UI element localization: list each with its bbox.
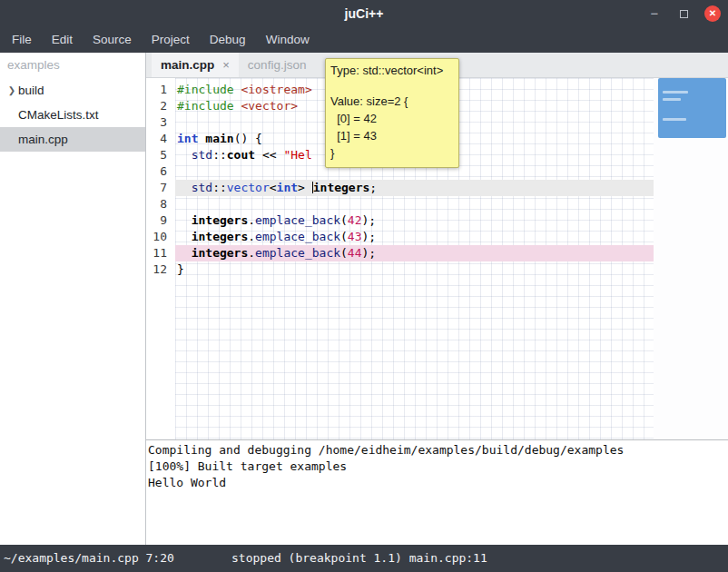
tree-item-label: build: [18, 78, 44, 103]
status-bar: ~/examples/main.cpp 7:20 stopped (breakp…: [0, 545, 728, 572]
code-token: #include: [177, 99, 234, 113]
tab-label: config.json: [248, 58, 307, 72]
code-token: <iostream>: [241, 83, 311, 96]
menu-project[interactable]: Project: [142, 27, 200, 53]
close-button[interactable]: ✕: [704, 5, 721, 22]
menu-source[interactable]: Source: [83, 27, 142, 53]
minimize-button[interactable]: −: [646, 5, 663, 22]
code-token: vector: [227, 181, 270, 194]
editor-gutter: 123456789101112: [146, 78, 175, 440]
code-token: }: [177, 262, 184, 276]
line-number[interactable]: 11: [146, 245, 175, 261]
line-number[interactable]: 12: [146, 261, 175, 278]
code-token: [177, 148, 192, 162]
code-token: emplace_back: [255, 213, 340, 227]
code-token: (: [340, 230, 348, 243]
code-token: ::: [212, 148, 227, 162]
code-token: [177, 246, 192, 260]
code-token: [177, 181, 192, 194]
tree-item-label: main.cpp: [18, 127, 68, 152]
tab-label: main.cpp: [161, 58, 214, 72]
code-line-10[interactable]: integers.emplace_back(43);: [175, 229, 654, 245]
line-number[interactable]: 10: [146, 229, 175, 245]
tree-item-cmakelists[interactable]: CMakeLists.txt: [0, 103, 145, 127]
code-token: .: [248, 230, 255, 243]
code-token: ::: [212, 181, 227, 194]
minimap-text-mark: [663, 98, 681, 101]
application-window: juCi++ − ✕ File Edit Source Project Debu…: [0, 0, 728, 572]
code-token: integers: [192, 246, 249, 260]
tooltip-value-line: Value: size=2 {: [330, 93, 454, 110]
code-token: 43: [348, 230, 362, 243]
code-line-11[interactable]: integers.emplace_back(44);: [175, 245, 654, 261]
line-number[interactable]: 1: [146, 82, 175, 98]
code-line-9[interactable]: integers.emplace_back(42);: [175, 212, 654, 229]
tooltip-value-block: Value: size=2 { [0] = 42 [1] = 43 }: [330, 93, 454, 162]
code-token: ;: [369, 181, 377, 194]
tab-configjson[interactable]: config.json: [239, 53, 316, 77]
titlebar[interactable]: juCi++ − ✕: [0, 0, 728, 27]
line-number[interactable]: 6: [146, 163, 175, 180]
code-token: .: [248, 246, 255, 260]
code-token: std: [192, 148, 212, 162]
status-debug-state: stopped (breakpoint 1.1) main.cpp:11: [231, 545, 487, 572]
file-tree-panel: examples ❯ build CMakeLists.txt main.cpp: [0, 53, 145, 545]
chevron-right-icon[interactable]: ❯: [5, 78, 18, 103]
line-number[interactable]: 2: [146, 98, 175, 114]
code-token: );: [362, 230, 377, 243]
output-line: Compiling and debugging /home/eidheim/ex…: [148, 442, 728, 459]
output-console[interactable]: Compiling and debugging /home/eidheim/ex…: [146, 440, 728, 545]
code-token: () {: [234, 132, 262, 145]
tooltip-value-line: [0] = 42: [330, 110, 454, 127]
code-token: integers: [313, 181, 370, 194]
close-icon: ✕: [709, 5, 716, 22]
minimap-viewport[interactable]: [658, 78, 726, 138]
maximize-button[interactable]: [675, 5, 692, 22]
menu-debug[interactable]: Debug: [200, 27, 256, 53]
minimap-text-mark: [663, 118, 686, 121]
code-token: 42: [348, 213, 362, 227]
tooltip-type-line: Type: std::vector<int>: [330, 62, 454, 79]
code-token: [177, 230, 192, 243]
code-token: [177, 213, 192, 227]
menu-file[interactable]: File: [2, 27, 42, 53]
code-token: (: [340, 246, 348, 260]
code-token: emplace_back: [255, 230, 340, 243]
tooltip-value-line: [1] = 43: [330, 127, 454, 144]
tooltip-value-line: }: [330, 144, 454, 162]
line-number[interactable]: 3: [146, 114, 175, 131]
debug-tooltip: Type: std::vector<int> Value: size=2 { […: [325, 58, 459, 168]
tab-maincpp[interactable]: main.cpp ×: [152, 53, 239, 77]
menu-edit[interactable]: Edit: [42, 27, 83, 53]
tab-close-icon[interactable]: ×: [222, 58, 230, 72]
minimap[interactable]: [654, 78, 728, 440]
output-line: [100%] Built target examples: [148, 459, 728, 475]
project-folder-label: examples: [0, 53, 145, 78]
code-token: (: [340, 213, 348, 227]
line-number[interactable]: 5: [146, 147, 175, 163]
code-line-8[interactable]: [175, 196, 654, 212]
line-number[interactable]: 9: [146, 212, 175, 229]
code-token: <vector>: [241, 99, 298, 113]
line-number[interactable]: 7: [146, 180, 175, 196]
tree-item-build[interactable]: ❯ build: [0, 78, 145, 103]
code-token: .: [248, 213, 255, 227]
tree-item-label: CMakeLists.txt: [18, 103, 99, 127]
code-token: #include: [177, 83, 234, 96]
menubar: File Edit Source Project Debug Window: [0, 27, 728, 53]
minimap-text-mark: [663, 91, 688, 94]
maximize-icon: [680, 10, 688, 18]
code-line-7[interactable]: std::vector<int> integers;: [175, 180, 654, 196]
line-number[interactable]: 8: [146, 196, 175, 212]
tree-item-maincpp[interactable]: main.cpp: [0, 127, 145, 152]
code-token: >: [298, 181, 312, 194]
window-title: juCi++: [0, 0, 728, 27]
code-token: 44: [348, 246, 362, 260]
menu-window[interactable]: Window: [256, 27, 320, 53]
code-token: integers: [192, 213, 249, 227]
code-token: cout: [227, 148, 255, 162]
window-controls: − ✕: [646, 0, 721, 27]
line-number[interactable]: 4: [146, 131, 175, 147]
code-token: emplace_back: [255, 246, 340, 260]
code-line-12[interactable]: }: [175, 261, 654, 278]
